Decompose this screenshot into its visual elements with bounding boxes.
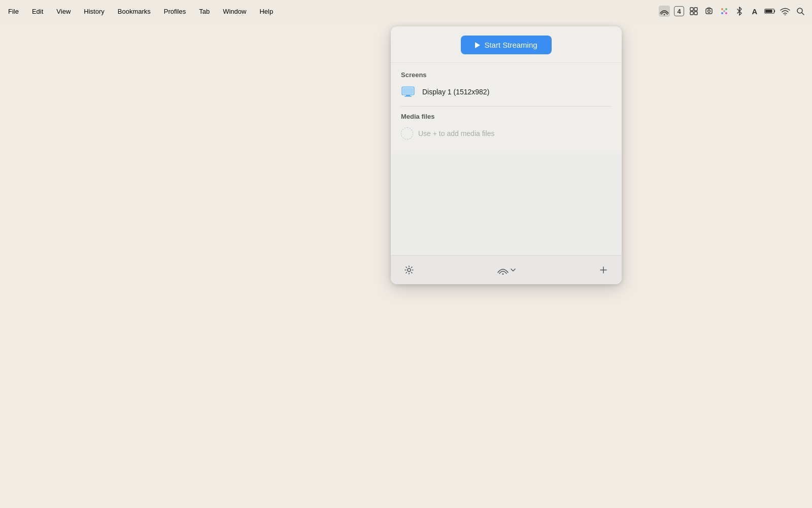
menu-file[interactable]: File (6, 7, 21, 16)
svg-point-9 (721, 12, 723, 14)
menu-help[interactable]: Help (257, 7, 275, 16)
tray-font-icon[interactable]: A (749, 6, 760, 17)
tray-wifi-icon[interactable] (780, 6, 791, 17)
svg-rect-19 (403, 88, 414, 94)
display-name: Display 1 (1512x982) (422, 88, 489, 96)
menu-window[interactable]: Window (221, 7, 248, 16)
add-media-placeholder-icon (401, 127, 413, 140)
media-files-section: Media files Use + to add media files (401, 113, 612, 146)
tray-battery-icon[interactable] (764, 6, 775, 17)
svg-rect-2 (694, 8, 697, 11)
panel-header: Start Streaming (391, 26, 622, 63)
tray-palette-icon[interactable] (719, 6, 730, 17)
start-streaming-label: Start Streaming (484, 41, 537, 49)
play-icon (475, 42, 480, 48)
streaming-panel: Start Streaming Screens Display 1 (1512x… (391, 26, 622, 284)
svg-rect-1 (690, 8, 693, 11)
tray-broadcast-icon[interactable] (659, 6, 670, 17)
media-files-label: Media files (401, 113, 612, 120)
svg-point-7 (721, 8, 723, 10)
start-streaming-button[interactable]: Start Streaming (461, 36, 551, 54)
svg-rect-5 (706, 9, 712, 14)
broadcast-selector[interactable] (497, 265, 516, 275)
svg-point-22 (408, 268, 411, 272)
svg-point-0 (664, 14, 665, 15)
tray-puzzle-icon[interactable] (688, 6, 699, 17)
menu-profiles[interactable]: Profiles (162, 7, 188, 16)
tray-bluetooth-icon[interactable] (734, 6, 745, 17)
screens-section: Screens Display 1 (1512x982) Media files… (391, 63, 622, 154)
chevron-down-icon (511, 268, 516, 272)
svg-point-23 (502, 274, 503, 275)
menubar: File Edit View History Bookmarks Profile… (0, 0, 812, 22)
panel-empty-area (391, 154, 622, 255)
panel-footer (391, 255, 622, 284)
svg-line-17 (802, 13, 804, 15)
screens-label: Screens (401, 71, 612, 79)
add-media-hint: Use + to add media files (401, 125, 612, 142)
svg-point-10 (725, 12, 727, 14)
menu-items-left: File Edit View History Bookmarks Profile… (6, 7, 275, 16)
svg-rect-13 (774, 10, 775, 12)
svg-point-15 (785, 14, 786, 15)
menu-view[interactable]: View (54, 7, 73, 16)
tray-screenshot-icon[interactable] (703, 6, 715, 17)
menu-history[interactable]: History (82, 7, 106, 16)
svg-rect-3 (690, 12, 693, 15)
menu-edit[interactable]: Edit (30, 7, 45, 16)
menu-bookmarks[interactable]: Bookmarks (116, 7, 153, 16)
settings-button[interactable] (401, 262, 417, 278)
tray-icons: 4 (659, 6, 806, 17)
svg-rect-21 (404, 96, 412, 97)
tray-4-icon[interactable]: 4 (674, 6, 684, 16)
display-item[interactable]: Display 1 (1512x982) (401, 84, 612, 100)
svg-point-8 (725, 8, 727, 10)
tray-search-icon[interactable] (795, 6, 806, 17)
add-media-hint-text: Use + to add media files (418, 129, 495, 138)
add-button[interactable] (595, 262, 612, 278)
svg-rect-20 (406, 95, 410, 96)
menu-tab[interactable]: Tab (197, 7, 212, 16)
svg-rect-14 (765, 10, 772, 13)
section-divider (401, 106, 612, 107)
monitor-icon (401, 86, 417, 98)
svg-point-11 (723, 10, 725, 12)
svg-rect-4 (694, 12, 697, 15)
svg-point-6 (708, 10, 710, 13)
